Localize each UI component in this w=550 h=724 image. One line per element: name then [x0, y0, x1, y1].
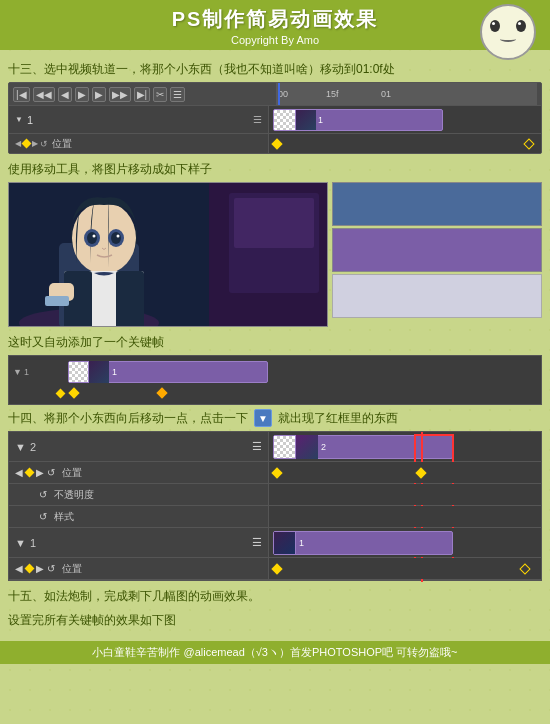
kf-style-rotate[interactable]: ↺: [39, 511, 47, 522]
big-clip-num-2: 2: [318, 442, 329, 452]
small-track-left: ▼ 1: [13, 367, 68, 377]
strip-light: [332, 274, 542, 318]
track-menu-icon[interactable]: ☰: [253, 114, 262, 125]
kf-point-end: [523, 138, 534, 149]
big-track-1-row: ▼ 1 ☰ 1: [9, 528, 541, 558]
anime-character-svg: [9, 183, 328, 327]
big-clip-1: 1: [273, 531, 453, 555]
big-track-2-row: ▼ 2 ☰ 2: [9, 432, 541, 462]
big-track-1-collapse[interactable]: ▼: [15, 537, 26, 549]
page-title: PS制作简易动画效果: [0, 6, 550, 33]
small-collapse-icon[interactable]: ▼: [13, 367, 22, 377]
big-thumb-img-2: [296, 435, 318, 459]
small-kf-end: [156, 387, 167, 398]
svg-point-11: [117, 235, 120, 238]
small-clip-num: 1: [109, 367, 120, 377]
kf-nav: ◀ ▶ ↺: [15, 139, 48, 149]
back-btn[interactable]: ◀: [58, 87, 72, 102]
kf-t1-rotate[interactable]: ↺: [47, 563, 55, 574]
big-track-2-label: ▼ 2 ☰: [9, 432, 269, 461]
fwd-btn[interactable]: ▶: [92, 87, 106, 102]
anime-background: [9, 183, 327, 326]
kf-opacity-rotate[interactable]: ↺: [39, 489, 47, 500]
avatar: [480, 4, 540, 64]
kf-pos-start: [271, 467, 282, 478]
kf-opacity-label-area: ↺ 不透明度: [9, 484, 269, 505]
big-track-1-menu[interactable]: ☰: [252, 536, 262, 549]
kf-t1-start: [271, 563, 282, 574]
clip-label-num: 1: [316, 115, 325, 125]
kf-style-timeline: [269, 506, 541, 527]
section13b-text: 使用移动工具，将图片移动成如下样子: [8, 160, 542, 178]
kf-next-icon[interactable]: ▶: [32, 139, 38, 148]
svg-point-10: [93, 235, 96, 238]
kf-track1-timeline: [269, 558, 541, 579]
small-clip-area: 1: [68, 359, 537, 385]
svg-rect-17: [45, 296, 69, 306]
track-clip-1: 1: [273, 109, 443, 131]
big-timeline: ▼ 2 ☰ 2: [8, 431, 542, 581]
step-back-btn[interactable]: |◀: [13, 87, 30, 102]
big-track-2-timeline: 2: [269, 432, 541, 461]
big-track-2-collapse[interactable]: ▼: [15, 441, 26, 453]
section13c-text: 这时又自动添加了一个关键帧: [8, 333, 542, 351]
kf-t1-end: [519, 563, 530, 574]
preview-strips: [332, 182, 542, 327]
prev-btn[interactable]: ◀◀: [33, 87, 55, 102]
track-timeline-1: 1: [269, 106, 541, 133]
big-thumb-check-2: [274, 436, 296, 458]
kf-pos-rotate[interactable]: ↺: [47, 467, 55, 478]
svg-point-9: [111, 232, 121, 244]
section15-text1: 十五、如法炮制，完成剩下几幅图的动画效果。: [8, 587, 542, 605]
track-label-1: ▼ 1 ☰: [9, 106, 269, 133]
page-wrapper: PS制作简易动画效果 Copyright By Amo 十三、选中视频轨道一，将…: [0, 0, 550, 664]
kf-pos-row: ◀ ▶ ↺ 位置: [9, 462, 541, 484]
small-track: ▼ 1 1: [13, 359, 537, 385]
kf-diamond-filled: [22, 139, 32, 149]
section14-text2: 就出现了红框里的东西: [278, 409, 398, 427]
strip-blue: [332, 182, 542, 226]
avatar-eye-left: [490, 20, 500, 32]
timeline-1: |◀ ◀◀ ◀ ▶ ▶ ▶▶ ▶| ✂ ☰ 00 15f 01: [8, 82, 542, 154]
big-thumb-img-1: [274, 532, 296, 554]
kf-opacity-timeline: [269, 484, 541, 505]
small-clip: 1: [68, 361, 268, 383]
kf-t1-nav-right[interactable]: ▶: [36, 563, 44, 574]
playhead: [278, 83, 280, 105]
play-btn[interactable]: ▶: [75, 87, 89, 102]
next-btn[interactable]: ▶▶: [109, 87, 131, 102]
svg-rect-14: [116, 271, 144, 327]
track-row-1: ▼ 1 ☰ 1: [9, 105, 541, 133]
blue-arrow-button[interactable]: ▼: [254, 409, 272, 427]
kf-opacity-text: 不透明度: [54, 488, 94, 502]
kf-prev-icon[interactable]: ◀: [15, 139, 21, 148]
kf-t1-pos-text: 位置: [62, 562, 82, 576]
track-collapse-icon[interactable]: ▼: [15, 115, 23, 124]
kf-pos-text: 位置: [62, 466, 82, 480]
section14-text1: 十四、将那个小东西向后移动一点，点击一下: [8, 409, 248, 427]
menu-btn[interactable]: ☰: [170, 87, 185, 102]
kf-point-start: [271, 138, 282, 149]
section14-header: 十四、将那个小东西向后移动一点，点击一下 ▼ 就出现了红框里的东西: [8, 409, 542, 427]
kf-pos-nav-right[interactable]: ▶: [36, 467, 44, 478]
small-kf-row: [13, 385, 537, 401]
small-kf-start: [68, 387, 79, 398]
small-thumb-img: [89, 361, 109, 383]
kf-rotate-icon[interactable]: ↺: [40, 139, 48, 149]
kf-t1-nav-left[interactable]: ◀: [15, 563, 23, 574]
kf-pos-nav-left[interactable]: ◀: [15, 467, 23, 478]
scissors-btn[interactable]: ✂: [153, 87, 167, 102]
kf-pos-timeline: [269, 462, 541, 483]
avatar-eyes: [482, 6, 534, 32]
svg-rect-19: [234, 198, 314, 248]
big-track-2-menu[interactable]: ☰: [252, 440, 262, 453]
big-track-1-label: ▼ 1 ☰: [9, 528, 269, 557]
kf-style-label-area: ↺ 样式: [9, 506, 269, 527]
keyframe-row-1: ◀ ▶ ↺ 位置: [9, 133, 541, 153]
big-clip-num-1: 1: [296, 538, 307, 548]
kf-style-text: 样式: [54, 510, 74, 524]
big-track-1-timeline: 1: [269, 528, 541, 557]
page-subtitle: Copyright By Amo: [0, 34, 550, 46]
end-btn[interactable]: ▶|: [134, 87, 151, 102]
small-timeline: ▼ 1 1: [8, 355, 542, 405]
